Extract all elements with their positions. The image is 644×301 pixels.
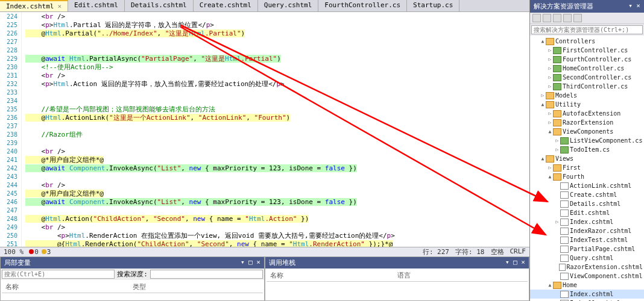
- fld-icon: [553, 282, 561, 289]
- tree-item[interactable]: ▷SecondController.cs: [530, 73, 644, 82]
- fld-icon: [546, 38, 554, 45]
- file-icon: [560, 191, 569, 199]
- cs-icon: [553, 47, 561, 54]
- cs-icon: [553, 65, 561, 72]
- depth-input[interactable]: [150, 270, 263, 279]
- sync-icon[interactable]: [553, 14, 561, 22]
- cs-icon: [560, 137, 569, 144]
- sidebar-toolbar: [530, 13, 644, 24]
- fld-icon: [546, 101, 554, 108]
- cs-icon: [553, 83, 561, 90]
- fld-icon: [553, 128, 561, 135]
- expand-icon[interactable]: ▷: [547, 165, 553, 170]
- callstack-panel: 调用堆栈▾ □ × 名称语言: [265, 256, 529, 301]
- tree-item[interactable]: ▷First: [530, 163, 644, 172]
- tree-item[interactable]: ▷TodoItem.cs: [530, 145, 644, 154]
- locals-search[interactable]: [2, 270, 115, 279]
- line-gutter: 224 225 226 227 228 229 230 231 232 233 …: [0, 12, 22, 247]
- file-icon: [560, 209, 569, 217]
- fld-icon: [546, 155, 554, 163]
- tree-item[interactable]: Create.cshtml: [530, 190, 644, 199]
- file-icon: [560, 182, 569, 190]
- tree-item[interactable]: ▷HomeController.cs: [530, 64, 644, 73]
- solution-tree: ▲Controllers▷FirstController.cs▷FourthCo…: [530, 36, 644, 301]
- panel-controls[interactable]: ▾ ×: [628, 2, 640, 11]
- tab-Query-cshtml[interactable]: Query.cshtml: [258, 0, 318, 11]
- tree-item[interactable]: Details.cshtml: [530, 199, 644, 208]
- wrench-icon[interactable]: [563, 14, 572, 22]
- tree-item[interactable]: ▲Home: [530, 281, 644, 290]
- expand-icon[interactable]: ▷: [540, 93, 546, 98]
- expand-icon[interactable]: ▷: [554, 219, 560, 225]
- cs-icon: [553, 56, 561, 63]
- tab-FourthController-cs[interactable]: FourthController.cs: [318, 0, 407, 11]
- close-icon: ×: [57, 2, 62, 10]
- expand-icon[interactable]: ▲: [540, 156, 546, 161]
- expand-icon[interactable]: ▷: [547, 75, 553, 80]
- panel-controls[interactable]: ▾ □ ×: [241, 258, 260, 267]
- expand-icon[interactable]: ▷: [547, 66, 553, 71]
- tree-item[interactable]: ▷RazorExtension: [530, 118, 644, 127]
- file-icon: [560, 291, 569, 298]
- cs-icon: [553, 74, 561, 81]
- solution-search[interactable]: [531, 25, 643, 34]
- expand-icon[interactable]: ▲: [540, 102, 546, 107]
- tab-Create-cshtml[interactable]: Create.cshtml: [194, 0, 258, 11]
- tree-item[interactable]: Index01.cshtml: [530, 299, 644, 301]
- expand-icon[interactable]: ▲: [547, 282, 553, 288]
- tree-item[interactable]: Index.cshtml: [530, 290, 644, 299]
- expand-icon[interactable]: ▷: [554, 138, 560, 143]
- file-icon: [560, 237, 569, 244]
- file-icon: [560, 200, 569, 208]
- expand-icon[interactable]: ▷: [547, 120, 553, 125]
- expand-icon[interactable]: ▲: [547, 174, 553, 179]
- panel-controls[interactable]: ▾ □ ×: [505, 258, 525, 267]
- locals-panel: 局部变量▾ □ × 搜索深度: 名称类型: [0, 256, 265, 301]
- tab-Edit-cshtml[interactable]: Edit.cshtml: [68, 0, 125, 11]
- fld-icon: [553, 119, 561, 126]
- file-icon: [560, 255, 569, 262]
- tree-item[interactable]: ▷AutofacExtension: [530, 109, 644, 118]
- filter-icon[interactable]: [573, 14, 582, 22]
- tree-item[interactable]: ▷ListViewComponent.cs: [530, 136, 644, 145]
- status-bar: 100 % 0 3 行: 227 字符: 18 空格 CRLF: [0, 247, 529, 256]
- tree-item[interactable]: IndexRazor.cshtml: [530, 226, 644, 235]
- tree-item[interactable]: ▲Fourth: [530, 172, 644, 181]
- tab-Details-cshtml[interactable]: Details.cshtml: [125, 0, 194, 11]
- fld-icon: [553, 164, 561, 172]
- tree-item[interactable]: ▲Utility: [530, 100, 644, 109]
- tree-item[interactable]: RazorExtension.cshtml: [530, 262, 644, 272]
- tree-item[interactable]: ActionLink.cshtml: [530, 181, 644, 190]
- fld-icon: [553, 173, 561, 181]
- tab-Startup-cs[interactable]: Startup.cs: [407, 0, 459, 11]
- expand-icon[interactable]: ▲: [540, 39, 546, 44]
- file-icon: [560, 273, 569, 280]
- tree-item[interactable]: ViewComponent.cshtml: [530, 272, 644, 281]
- expand-icon[interactable]: ▷: [547, 48, 553, 53]
- refresh-icon[interactable]: [543, 14, 551, 22]
- expand-icon[interactable]: ▷: [547, 84, 553, 89]
- tree-item[interactable]: ▲Controllers: [530, 37, 644, 46]
- file-icon: [560, 246, 569, 253]
- tree-item[interactable]: Edit.cshtml: [530, 208, 644, 217]
- tree-item[interactable]: ▷FourthController.cs: [530, 55, 644, 64]
- tab-Index-cshtml[interactable]: Index.cshtml×: [0, 0, 68, 11]
- cs-icon: [560, 146, 569, 154]
- tree-item[interactable]: Query.cshtml: [530, 253, 644, 262]
- expand-icon[interactable]: ▲: [547, 129, 553, 134]
- expand-icon[interactable]: ▷: [547, 111, 553, 116]
- expand-icon[interactable]: ▷: [554, 147, 560, 152]
- file-icon: [560, 228, 569, 235]
- fld-icon: [553, 110, 561, 117]
- home-icon[interactable]: [532, 14, 541, 22]
- tree-item[interactable]: ▷FirstController.cs: [530, 46, 644, 55]
- code-editor[interactable]: <br /> <p>Html.Partial 返回的是字符串，放入当前位置</p…: [22, 12, 529, 247]
- tree-item[interactable]: PartialPage.cshtml: [530, 244, 644, 253]
- tree-item[interactable]: ▷Models: [530, 91, 644, 100]
- tree-item[interactable]: ▲Views: [530, 154, 644, 163]
- tree-item[interactable]: ▷Index.cshtml: [530, 217, 644, 226]
- expand-icon[interactable]: ▷: [547, 57, 553, 62]
- tree-item[interactable]: IndexTest.cshtml: [530, 235, 644, 244]
- tree-item[interactable]: ▲ViewComponents: [530, 127, 644, 136]
- tree-item[interactable]: ▷ThirdController.cs: [530, 82, 644, 91]
